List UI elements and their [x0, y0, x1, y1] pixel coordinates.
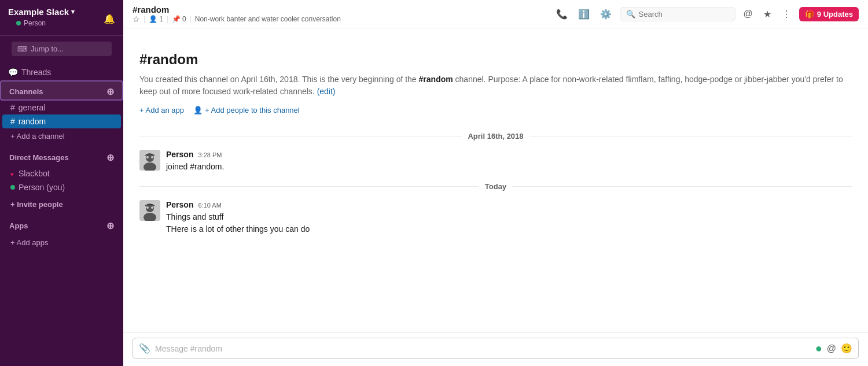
- intro-title: #random: [139, 51, 852, 68]
- message-content-1: Person 3:28 PM joined #random.: [166, 150, 852, 173]
- divider-line-right-2: [512, 186, 852, 187]
- dm-item-slackbot[interactable]: ♥ Slackbot: [2, 167, 121, 180]
- threads-icon: 💬: [8, 68, 18, 77]
- search-icon: 🔍: [626, 10, 635, 19]
- settings-icon[interactable]: ⚙️: [598, 6, 614, 22]
- message-header-2: Person 6:10 AM: [166, 200, 852, 209]
- user-status-text: Person: [24, 19, 46, 27]
- add-apps-icon[interactable]: ⊕: [106, 220, 114, 231]
- message-text-2b: THere is a lot of other things you can d…: [166, 223, 852, 235]
- svg-point-4: [151, 156, 153, 158]
- sidebar-item-general[interactable]: # general: [2, 101, 121, 114]
- pin-count: 0: [182, 15, 186, 23]
- search-box[interactable]: 🔍: [620, 7, 735, 21]
- add-people-label: + Add people to this channel: [205, 106, 300, 114]
- status-dot-icon: [16, 21, 21, 25]
- jump-to-label: Jump to...: [31, 45, 64, 53]
- search-input[interactable]: [639, 10, 726, 19]
- member-info: 👤 1: [149, 15, 163, 23]
- star-icon[interactable]: ☆: [133, 14, 140, 24]
- channels-section-header[interactable]: Channels ⊕: [0, 80, 123, 101]
- hash-icon: #: [10, 103, 15, 112]
- channel-name-general: general: [19, 103, 46, 112]
- date-divider-1: April 16th, 2018: [123, 126, 868, 146]
- channel-meta: ☆ | 👤 1 | 📌 0 | Non-work banter and wate…: [133, 14, 341, 24]
- add-channel-icon[interactable]: ⊕: [106, 86, 114, 97]
- intro-channel-bold: #random: [419, 75, 453, 84]
- add-app-button[interactable]: + Add an app: [139, 106, 184, 114]
- channel-description-text: Non-work banter and water cooler convers…: [195, 15, 341, 23]
- emoji-icon[interactable]: 🙂: [841, 343, 852, 354]
- message-header-1: Person 3:28 PM: [166, 150, 852, 159]
- add-channel-label: + Add a channel: [10, 132, 65, 141]
- jump-to-button[interactable]: ⌨ Jump to...: [12, 42, 112, 56]
- add-dm-icon[interactable]: ⊕: [106, 152, 114, 163]
- sidebar-item-random[interactable]: # random: [2, 114, 121, 128]
- dm-item-person[interactable]: Person (you): [2, 180, 121, 194]
- message-text-2a: Things and stuff: [166, 211, 852, 223]
- workspace-name-text: Example Slack: [8, 7, 69, 17]
- main-content: #random ☆ | 👤 1 | 📌 0 | Non-work banter …: [123, 0, 868, 366]
- topbar-right: 📞 ℹ️ ⚙️ 🔍 @ ★ ⋮ 🎁 9 Updates: [554, 6, 859, 22]
- at-icon[interactable]: @: [741, 6, 755, 21]
- date-label-2: Today: [485, 182, 506, 191]
- channel-title-text: #random: [133, 5, 169, 14]
- user-status: Person: [8, 17, 75, 31]
- member-icon: 👤: [149, 15, 157, 23]
- phone-icon[interactable]: 📞: [554, 6, 570, 22]
- channel-actions: + Add an app 👤 + Add people to this chan…: [139, 106, 852, 114]
- threads-label: Threads: [21, 68, 51, 77]
- pin-info: 📌 0: [172, 15, 186, 23]
- dm-name-slackbot: Slackbot: [19, 169, 50, 178]
- sidebar: Example Slack ▾ Person 🔔 ⌨ Jump to... 💬 …: [0, 0, 123, 366]
- attachment-icon[interactable]: 📎: [139, 343, 150, 354]
- star-topbar-icon[interactable]: ★: [761, 6, 774, 22]
- add-people-button[interactable]: 👤 + Add people to this channel: [193, 106, 300, 114]
- workspace-chevron-icon: ▾: [71, 8, 75, 16]
- gift-icon: 🎁: [805, 10, 814, 19]
- message-time-2: 6:10 AM: [198, 202, 221, 209]
- add-channel-button[interactable]: + Add a channel: [2, 130, 121, 143]
- chat-area: #random You created this channel on Apri…: [123, 28, 868, 332]
- avatar-1: [139, 150, 160, 171]
- updates-button[interactable]: 🎁 9 Updates: [799, 7, 859, 21]
- heart-icon: ♥: [10, 171, 15, 176]
- message-input-area: 📎 ● @ 🙂: [123, 332, 868, 366]
- send-icon[interactable]: ●: [815, 342, 822, 355]
- divider-line-left: [139, 136, 462, 136]
- add-people-icon: 👤: [193, 106, 203, 114]
- pin-icon: 📌: [172, 15, 181, 23]
- intro-desc-1: You created this channel on April 16th, …: [139, 75, 419, 84]
- edit-link[interactable]: (edit): [317, 87, 336, 96]
- separator-3: |: [190, 15, 192, 23]
- avatar-2: [139, 200, 160, 221]
- topbar-left: #random ☆ | 👤 1 | 📌 0 | Non-work banter …: [133, 5, 341, 24]
- dm-section-header[interactable]: Direct Messages ⊕: [0, 146, 123, 167]
- invite-people-button[interactable]: + Invite people: [2, 198, 121, 211]
- workspace-title[interactable]: Example Slack ▾: [8, 7, 75, 17]
- message-1: Person 3:28 PM joined #random.: [123, 146, 868, 176]
- info-icon[interactable]: ℹ️: [576, 6, 592, 22]
- jump-to-area: ⌨ Jump to...: [0, 36, 123, 64]
- message-author-2: Person: [166, 200, 193, 209]
- intro-description: You created this channel on April 16th, …: [139, 73, 852, 98]
- separator-1: |: [144, 15, 145, 23]
- message-input[interactable]: [155, 344, 811, 353]
- at-input-icon[interactable]: @: [827, 343, 836, 354]
- hash-icon-random: #: [10, 117, 15, 126]
- channel-intro: #random You created this channel on Apri…: [123, 28, 868, 126]
- add-apps-label: + Add apps: [10, 238, 48, 247]
- divider-line-right: [529, 136, 852, 136]
- more-icon[interactable]: ⋮: [779, 6, 793, 22]
- topbar: #random ☆ | 👤 1 | 📌 0 | Non-work banter …: [123, 0, 868, 28]
- sidebar-item-threads[interactable]: 💬 Threads: [0, 64, 123, 80]
- workspace-name-area: Example Slack ▾ Person: [8, 7, 75, 31]
- date-label-1: April 16th, 2018: [468, 132, 523, 141]
- add-apps-button[interactable]: + Add apps: [2, 236, 121, 249]
- message-author-1: Person: [166, 150, 193, 159]
- apps-section-header[interactable]: Apps ⊕: [0, 215, 123, 235]
- message-text-1: joined #random.: [166, 161, 852, 173]
- online-dot-icon: [10, 185, 15, 190]
- bell-icon[interactable]: 🔔: [104, 13, 115, 24]
- message-content-2: Person 6:10 AM Things and stuff THere is…: [166, 200, 852, 235]
